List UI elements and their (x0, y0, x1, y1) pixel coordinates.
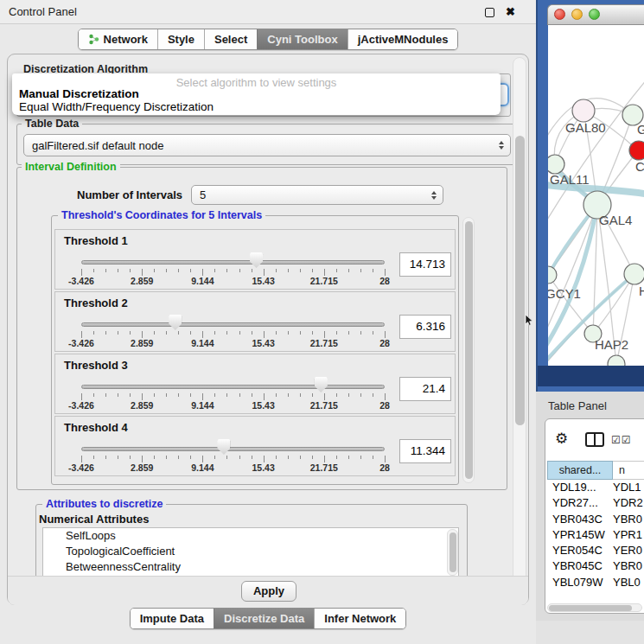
mouse-cursor (525, 315, 535, 327)
network-node-label: HAP2 (595, 337, 628, 352)
table-rows[interactable]: YDL19...YDL1YDR27...YDR2YBR043CYBR0YPR14… (547, 481, 644, 593)
tab-infer-network[interactable]: Infer Network (314, 609, 405, 628)
cell-name: YER0 (609, 544, 642, 557)
thresholds-group-label: Threshold's Coordinates for 5 Intervals (58, 209, 265, 221)
table-row[interactable]: YER054CYER0 (547, 544, 644, 559)
table-row[interactable]: YBL079WYBL0 (547, 576, 644, 591)
table-data-combobox[interactable]: galFiltered.sif default node (23, 134, 511, 156)
numerical-attributes-list[interactable]: SelfLoopsTopologicalCoefficientBetweenne… (42, 527, 459, 577)
column-header-shared[interactable]: shared... (547, 461, 613, 480)
algorithm-option-manual[interactable]: Manual Discretization (19, 87, 139, 100)
attribute-item[interactable]: TopologicalCoefficient (43, 544, 458, 559)
tab-style[interactable]: Style (157, 29, 204, 49)
slider-tick (312, 331, 313, 335)
network-node-gal80[interactable] (572, 99, 595, 122)
slider-tick (81, 331, 82, 338)
table-row[interactable]: YPR145WYPR1 (547, 528, 644, 544)
threshold-value-field[interactable]: 21.4 (399, 377, 451, 401)
table-hscrollbar[interactable] (547, 603, 642, 612)
slider-tick (264, 331, 265, 338)
window-close-button[interactable] (554, 9, 565, 20)
slider-tick (348, 331, 349, 335)
tab-impute-data[interactable]: Impute Data (131, 609, 214, 628)
tab-jactivemnodules[interactable]: jActiveMNodules (348, 29, 458, 49)
thresholds-scrollbar[interactable] (462, 217, 475, 483)
threshold-value-field[interactable]: 14.713 (399, 252, 451, 277)
threshold-slider-track[interactable] (81, 385, 385, 389)
threshold-value-field[interactable]: 6.316 (399, 315, 451, 339)
float-window-icon[interactable] (485, 8, 494, 17)
slider-tick (202, 456, 203, 462)
table-data-selected: galFiltered.sif default node (32, 139, 163, 152)
table-row[interactable]: YDL19...YDL1 (547, 481, 644, 496)
window-zoom-button[interactable] (589, 9, 600, 20)
threshold-slider-track[interactable] (81, 322, 385, 327)
apply-button[interactable]: Apply (241, 581, 296, 602)
slider-tick-label: 2.859 (131, 338, 153, 348)
slider-tick (312, 393, 313, 397)
panel-scrollbar-thumb[interactable] (515, 136, 525, 425)
table-row[interactable]: YBR043CYBR0 (547, 513, 644, 528)
tab-cyni-toolbox[interactable]: Cyni Toolbox (257, 29, 347, 49)
threshold-slider-thumb[interactable] (315, 377, 328, 392)
threshold-slider-track[interactable] (81, 260, 385, 265)
network-node[interactable] (608, 355, 625, 366)
thresholds-scrollbar-thumb[interactable] (465, 221, 473, 479)
algorithm-option-equal-width[interactable]: Equal Width/Frequency Discretization (19, 100, 214, 113)
network-node-label: H (639, 284, 644, 298)
threshold-slider-thumb[interactable] (250, 252, 263, 268)
slider-tick (93, 269, 94, 272)
cell-name: YPR1 (609, 528, 642, 541)
table-row[interactable]: YDR27...YDR2 (547, 496, 644, 512)
attribute-item[interactable]: SelfLoops (43, 528, 458, 544)
slider-tick (276, 331, 277, 335)
threshold-slider-thumb[interactable] (217, 439, 230, 455)
threshold-slider-track[interactable] (81, 447, 385, 451)
slider-tick (324, 269, 325, 276)
network-node-gal11[interactable] (548, 155, 564, 174)
number-of-intervals-value: 5 (200, 188, 206, 201)
tab-select[interactable]: Select (204, 29, 257, 49)
close-icon[interactable]: ✖ (506, 5, 515, 18)
network-view[interactable]: GAL80GACGAL11GAL4GCY1HHAP2 (548, 25, 644, 366)
slider-tick (190, 269, 191, 272)
slider-tick (348, 456, 349, 459)
attributes-scrollbar[interactable] (447, 529, 458, 576)
network-node-h[interactable] (624, 264, 644, 284)
attribute-item[interactable]: BetweennessCentrality (43, 559, 458, 575)
slider-tick (178, 456, 179, 459)
column-header-name[interactable]: n (613, 461, 644, 480)
select-columns-icon[interactable]: ☑☑ (611, 434, 632, 446)
window-minimize-button[interactable] (571, 9, 583, 20)
slider-tick (178, 393, 179, 397)
tab-discretize-data[interactable]: Discretize Data (214, 609, 314, 628)
slider-tick (288, 456, 289, 459)
slider-tick (118, 331, 118, 335)
threshold-slider-thumb[interactable] (169, 315, 182, 330)
columns-icon[interactable] (585, 432, 604, 447)
slider-tick (312, 269, 313, 272)
table-hscrollbar-thumb[interactable] (549, 605, 632, 611)
cell-name: YDL1 (609, 481, 641, 494)
attributes-scrollbar-thumb[interactable] (450, 532, 456, 572)
threshold-value-field[interactable]: 11.344 (399, 439, 451, 463)
table-row[interactable]: YLR345WYLR3 (547, 591, 644, 593)
gear-icon[interactable]: ⚙ (555, 431, 568, 446)
tab-label: jActiveMNodules (358, 33, 449, 46)
table-panel: Table Panel ⚙ ☑☑ shared... n YDL19...YDL… (536, 392, 644, 644)
tab-network[interactable]: Network (79, 29, 157, 49)
network-node-gcy1[interactable] (548, 266, 557, 284)
network-edge (548, 275, 593, 334)
slider-tick (190, 331, 191, 335)
table-row[interactable]: YBR045CYBR0 (547, 559, 644, 575)
network-node-label: GCY1 (548, 286, 581, 301)
slider-tick-label: 21.715 (310, 462, 338, 473)
network-node-c[interactable] (629, 141, 644, 160)
panel-scrollbar[interactable] (513, 57, 526, 603)
slider-tick-label: 28 (379, 276, 390, 286)
slider-tick (276, 456, 277, 459)
number-of-intervals-combobox[interactable]: 5 (191, 185, 443, 205)
panel-title: Control Panel (9, 5, 77, 18)
cell-shared-name: YBR043C (547, 513, 609, 526)
slider-tick-label: -3.426 (68, 400, 94, 411)
